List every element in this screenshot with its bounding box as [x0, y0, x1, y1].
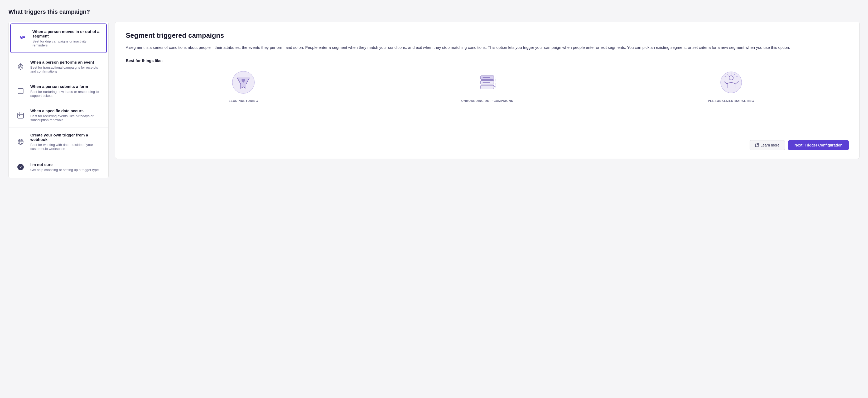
trigger-title-event: When a person performs an event — [30, 60, 102, 64]
personalized-illustration — [718, 69, 744, 95]
help-icon: ? — [15, 162, 26, 173]
trigger-text-event: When a person performs an event Best for… — [30, 60, 102, 74]
trigger-subtitle-event: Best for transactional campaigns for rec… — [30, 65, 102, 74]
trigger-text-segment: When a person moves in or out of a segme… — [32, 29, 100, 47]
learn-more-button[interactable]: Learn more — [750, 140, 785, 150]
lead-nurturing-illustration — [230, 69, 256, 95]
trigger-title-form: When a person submits a form — [30, 84, 102, 89]
info-description: A segment is a series of conditions abou… — [126, 44, 849, 51]
use-case-lead-nurturing: LEAD NURTURING — [126, 69, 361, 103]
svg-text:?: ? — [20, 165, 22, 169]
info-panel: Segment triggered campaigns A segment is… — [115, 22, 860, 159]
info-title: Segment triggered campaigns — [126, 31, 849, 39]
trigger-title-webhook: Create your own trigger from a webhook — [30, 133, 102, 142]
svg-rect-18 — [19, 115, 20, 116]
use-cases: LEAD NURTURING — [126, 69, 849, 103]
trigger-item-event[interactable]: When a person performs an event Best for… — [9, 55, 108, 79]
segment-icon — [17, 33, 28, 44]
next-button[interactable]: Next: Trigger Configuration — [788, 140, 849, 150]
onboarding-illustration — [474, 69, 500, 95]
trigger-text-unsure: I'm not sure Get help choosing or settin… — [30, 162, 102, 172]
event-icon — [15, 61, 26, 72]
learn-more-label: Learn more — [761, 143, 779, 147]
use-case-onboarding: ONBOARDING DRIP CAMPAIGNS — [370, 69, 605, 103]
trigger-subtitle-date: Best for recurring events, like birthday… — [30, 114, 102, 122]
trigger-item-form[interactable]: When a person submits a form Best for nu… — [9, 79, 108, 103]
trigger-text-webhook: Create your own trigger from a webhook B… — [30, 133, 102, 151]
trigger-subtitle-form: Best for nurturing new leads or respondi… — [30, 90, 102, 98]
svg-point-1 — [21, 37, 22, 38]
external-link-icon — [755, 143, 759, 147]
trigger-title-date: When a specific date occurs — [30, 109, 102, 113]
trigger-subtitle-segment: Best for drip campaigns or inactivity re… — [32, 39, 100, 47]
webhook-icon — [15, 136, 26, 147]
trigger-list: When a person moves in or out of a segme… — [8, 22, 108, 178]
action-buttons: Learn more Next: Trigger Configuration — [126, 140, 849, 150]
use-case-label-personalized: PERSONALIZED MARKETING — [708, 99, 754, 103]
use-case-label-onboarding: ONBOARDING DRIP CAMPAIGNS — [461, 99, 514, 103]
trigger-subtitle-webhook: Best for working with data outside of yo… — [30, 143, 102, 151]
use-case-personalized: PERSONALIZED MARKETING — [613, 69, 849, 103]
best-for-label: Best for things like: — [126, 58, 849, 63]
date-icon — [15, 110, 26, 121]
trigger-item-date[interactable]: When a specific date occurs Best for rec… — [9, 103, 108, 127]
trigger-item-segment[interactable]: When a person moves in or out of a segme… — [10, 24, 107, 53]
page-title: What triggers this campaign? — [8, 8, 860, 15]
trigger-subtitle-unsure: Get help choosing or setting up a trigge… — [30, 168, 102, 172]
svg-rect-14 — [18, 113, 24, 118]
use-case-label-lead-nurturing: LEAD NURTURING — [229, 99, 258, 103]
main-layout: When a person moves in or out of a segme… — [8, 22, 860, 178]
trigger-title-unsure: I'm not sure — [30, 162, 102, 167]
trigger-text-date: When a specific date occurs Best for rec… — [30, 109, 102, 122]
trigger-title-segment: When a person moves in or out of a segme… — [32, 29, 100, 38]
page-container: What triggers this campaign? When — [8, 8, 860, 178]
trigger-item-unsure[interactable]: ? I'm not sure Get help choosing or sett… — [9, 156, 108, 178]
form-icon — [15, 86, 26, 96]
trigger-text-form: When a person submits a form Best for nu… — [30, 84, 102, 98]
trigger-item-webhook[interactable]: Create your own trigger from a webhook B… — [9, 127, 108, 156]
